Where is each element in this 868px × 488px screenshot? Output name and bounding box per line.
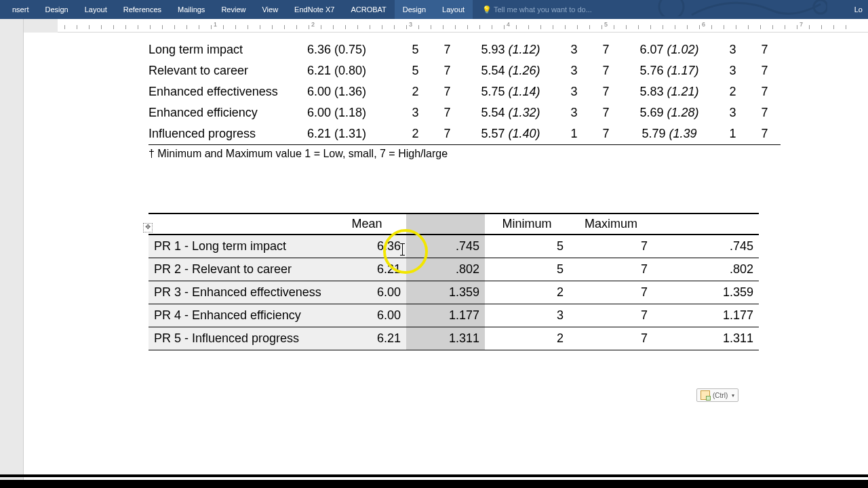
upper-table-row: Enhanced effectiveness6.00 (1.36)275.75 … <box>149 81 781 102</box>
cell-last: 1.177 <box>653 304 759 327</box>
cell: 5.54 (1.32) <box>463 102 558 123</box>
vertical-ruler[interactable] <box>0 33 24 488</box>
ruler-tick <box>162 25 163 29</box>
cell: 6.36 (0.75) <box>307 39 399 60</box>
cell-min: 5 <box>485 235 569 258</box>
lower-table-row[interactable]: PR 3 - Enhanced effectiveness6.001.35927… <box>149 281 759 304</box>
cell-max: 7 <box>569 281 653 304</box>
cell: 3 <box>717 102 749 123</box>
ribbon-tab-table-design[interactable]: Design <box>395 0 434 19</box>
lower-header-maximum: Maximum <box>569 214 653 235</box>
ruler-number: 2 <box>311 21 315 28</box>
cell-min: 5 <box>485 258 569 281</box>
lower-table-row[interactable]: PR 4 - Enhanced efficiency6.001.177371.1… <box>149 304 759 327</box>
ruler-tick <box>272 25 273 29</box>
ribbon-tab-view[interactable]: View <box>254 0 286 19</box>
horizontal-ruler[interactable]: 1 2 3 4 5 6 7 <box>24 19 868 33</box>
cell-mean: 6.00 <box>328 304 406 327</box>
cell: 5 <box>399 39 431 60</box>
row-label: PR 2 - Relevant to career <box>149 258 328 281</box>
cell-selected[interactable]: .745 <box>406 235 485 258</box>
table-anchor-icon[interactable]: ✥ <box>143 223 153 232</box>
ribbon-tab-acrobat[interactable]: ACROBAT <box>342 0 394 19</box>
cell: 6.21 (0.80) <box>307 60 399 81</box>
cell: 7 <box>749 60 781 81</box>
ruler-tick <box>626 25 627 29</box>
lower-header-minimum: Minimum <box>485 214 569 235</box>
ruler-tick <box>211 25 212 29</box>
ribbon-decoration-icon <box>651 0 827 16</box>
ruler-tick <box>516 25 517 29</box>
ruler-tick <box>235 25 236 29</box>
lower-table-row[interactable]: PR 5 - Influenced progress6.211.311271.3… <box>149 327 759 350</box>
ruler-tick <box>821 25 822 29</box>
lower-header-mean: Mean <box>328 214 406 235</box>
cell: 2 <box>399 81 431 102</box>
row-label: PR 4 - Enhanced efficiency <box>149 304 328 327</box>
cell: 7 <box>590 123 622 145</box>
upper-table-row: Long term impact6.36 (0.75)575.93 (1.12)… <box>149 39 781 60</box>
ribbon-tab-mailings[interactable]: Mailings <box>170 0 213 19</box>
ruler-tick <box>296 25 297 29</box>
ruler-tick <box>785 25 785 29</box>
cell-last: 1.359 <box>653 281 759 304</box>
cell-min: 2 <box>485 327 569 350</box>
tell-me-label: Tell me what you want to do... <box>494 5 592 14</box>
ribbon-tab-insert[interactable]: nsert <box>4 0 37 19</box>
row-label: PR 5 - Influenced progress <box>149 327 328 350</box>
ribbon-tab-table-layout[interactable]: Layout <box>434 0 473 19</box>
paste-options-button[interactable]: (Ctrl) ▾ <box>696 388 738 402</box>
ruler-tick <box>699 25 700 29</box>
cell-mean: 6.00 <box>328 281 406 304</box>
bottom-bar <box>0 480 868 488</box>
cell-selected[interactable]: 1.311 <box>406 327 485 350</box>
row-label: PR 1 - Long term impact <box>149 235 328 258</box>
cell: 6.00 (1.36) <box>307 81 399 102</box>
ribbon-tab-layout[interactable]: Layout <box>77 0 115 19</box>
cell: 7 <box>431 39 463 60</box>
cell-mean: 6.21 <box>328 327 406 350</box>
lower-data-table[interactable]: Mean Minimum Maximum PR 1 - Long term im… <box>149 213 847 350</box>
cell-last: .745 <box>653 235 759 258</box>
cell-selected[interactable]: 1.359 <box>406 281 485 304</box>
cell-max: 7 <box>569 304 653 327</box>
ribbon-tab-endnote[interactable]: EndNote X7 <box>286 0 342 19</box>
cell: 3 <box>558 60 590 81</box>
cell: 7 <box>590 39 622 60</box>
cell: 5.79 (1.39 <box>622 123 717 145</box>
cell: 7 <box>431 123 463 145</box>
ribbon-right-label: Lo <box>854 5 863 14</box>
ruler-tick <box>675 25 675 29</box>
ribbon-tab-design[interactable]: Design <box>37 0 76 19</box>
ribbon-tab-references[interactable]: References <box>115 0 170 19</box>
ruler-tick <box>89 25 90 29</box>
ruler-tick <box>724 25 724 29</box>
cell: 7 <box>431 102 463 123</box>
ruler-tick <box>748 25 749 29</box>
ruler-number: 3 <box>409 21 412 28</box>
cell: 5.54 (1.26) <box>463 60 558 81</box>
ribbon-tab-review[interactable]: Review <box>213 0 254 19</box>
ruler-tick <box>577 25 578 29</box>
tell-me-search[interactable]: 💡 Tell me what you want to do... <box>482 5 592 14</box>
ruler-tick <box>663 25 663 29</box>
cell-max: 7 <box>569 258 653 281</box>
cell: 7 <box>590 81 622 102</box>
cell: 7 <box>749 39 781 60</box>
cell-selected[interactable]: .802 <box>406 258 485 281</box>
cell: 5 <box>399 60 431 81</box>
lower-table-row[interactable]: PR 2 - Relevant to career6.21.80257.802 <box>149 258 759 281</box>
ruler-tick <box>406 25 407 29</box>
ruler-tick <box>357 25 358 29</box>
ruler-tick <box>565 25 566 29</box>
lower-table-row[interactable]: PR 1 - Long term impact6.36.74557.745 <box>149 235 759 258</box>
ruler-tick <box>711 25 712 29</box>
cell: 7 <box>590 102 622 123</box>
ruler-tick <box>431 25 431 29</box>
ruler-tick <box>174 25 175 29</box>
ruler-tick <box>394 25 395 29</box>
cell-last: .802 <box>653 258 759 281</box>
cell-selected[interactable]: 1.177 <box>406 304 485 327</box>
document-page[interactable]: Long term impact6.36 (0.75)575.93 (1.12)… <box>47 33 847 488</box>
ruler-tick <box>260 25 260 29</box>
